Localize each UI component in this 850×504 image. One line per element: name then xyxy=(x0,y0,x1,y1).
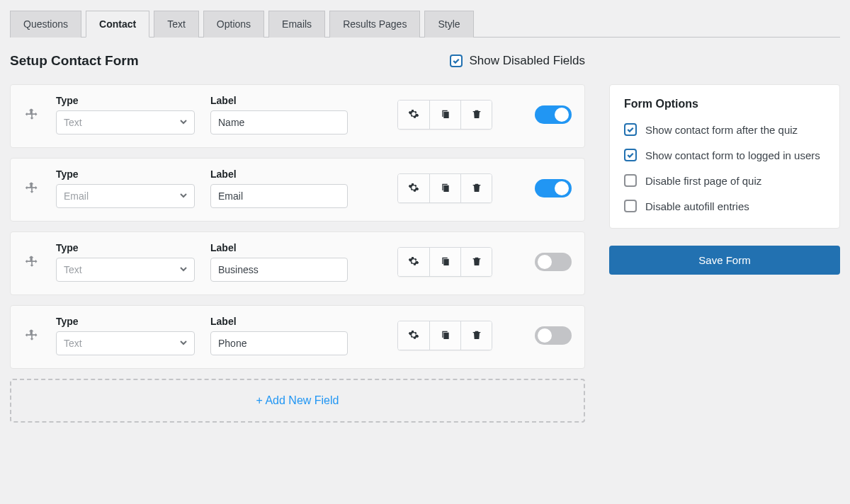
option-label: Disable autofill entries xyxy=(645,200,749,212)
field-type-select[interactable] xyxy=(56,110,195,134)
gear-icon xyxy=(408,256,419,269)
trash-icon xyxy=(471,182,482,195)
field-label-input[interactable] xyxy=(210,258,348,282)
field-row: Type Label xyxy=(10,158,585,222)
option-label: Show contact form after the quiz xyxy=(645,124,798,136)
settings-button[interactable] xyxy=(398,174,429,202)
drag-handle-icon[interactable] xyxy=(23,327,40,344)
type-header: Type xyxy=(56,168,195,180)
tab-options[interactable]: Options xyxy=(203,11,264,38)
field-row: Type Label xyxy=(10,231,585,295)
tab-text[interactable]: Text xyxy=(154,11,199,38)
checkbox-icon xyxy=(624,200,637,212)
settings-button[interactable] xyxy=(398,248,429,276)
tab-style[interactable]: Style xyxy=(424,11,473,38)
field-row: Type Label xyxy=(10,305,585,369)
checkbox-icon xyxy=(450,55,463,67)
field-actions xyxy=(397,173,492,203)
label-header: Label xyxy=(210,242,348,253)
label-header: Label xyxy=(210,95,348,106)
settings-button[interactable] xyxy=(398,101,429,129)
label-header: Label xyxy=(210,168,348,180)
show-disabled-fields-toggle[interactable]: Show Disabled Fields xyxy=(450,54,585,68)
duplicate-button[interactable] xyxy=(429,321,460,350)
delete-button[interactable] xyxy=(460,248,492,276)
gear-icon xyxy=(408,329,419,343)
field-label-input[interactable] xyxy=(210,110,348,134)
label-header: Label xyxy=(210,316,348,327)
drag-handle-icon[interactable] xyxy=(23,106,40,123)
duplicate-button[interactable] xyxy=(429,101,460,129)
tabs: Questions Contact Text Options Emails Re… xyxy=(10,10,840,38)
delete-button[interactable] xyxy=(460,321,492,350)
drag-handle-icon[interactable] xyxy=(23,180,40,197)
gear-icon xyxy=(408,108,419,122)
page-title: Setup Contact Form xyxy=(10,53,139,69)
drag-handle-icon[interactable] xyxy=(23,253,40,270)
field-actions xyxy=(397,321,492,350)
option-show-after-quiz[interactable]: Show contact form after the quiz xyxy=(624,123,825,136)
trash-icon xyxy=(471,256,482,269)
tab-contact[interactable]: Contact xyxy=(86,11,149,38)
option-disable-first-page[interactable]: Disable first page of quiz xyxy=(624,174,825,187)
tab-emails[interactable]: Emails xyxy=(268,11,325,38)
add-new-field-button[interactable]: + Add New Field xyxy=(10,379,585,423)
field-label-input[interactable] xyxy=(210,331,348,355)
checkbox-icon xyxy=(624,174,637,187)
tab-questions[interactable]: Questions xyxy=(10,11,81,38)
type-header: Type xyxy=(56,316,195,327)
copy-icon xyxy=(440,256,451,269)
field-row: Type Label xyxy=(10,84,585,148)
type-header: Type xyxy=(56,95,195,106)
field-enable-toggle[interactable] xyxy=(535,326,572,345)
checkbox-icon xyxy=(624,123,637,136)
checkbox-icon xyxy=(624,149,637,161)
delete-button[interactable] xyxy=(460,101,492,129)
field-type-select[interactable] xyxy=(56,258,195,282)
form-options-panel: Form Options Show contact form after the… xyxy=(609,84,840,229)
tab-results-pages[interactable]: Results Pages xyxy=(329,11,420,38)
form-options-title: Form Options xyxy=(624,98,825,110)
field-actions xyxy=(397,100,492,130)
copy-icon xyxy=(440,329,451,343)
option-show-logged-in[interactable]: Show contact form to logged in users xyxy=(624,149,825,161)
duplicate-button[interactable] xyxy=(429,248,460,276)
option-disable-autofill[interactable]: Disable autofill entries xyxy=(624,200,825,212)
duplicate-button[interactable] xyxy=(429,174,460,202)
trash-icon xyxy=(471,329,482,343)
delete-button[interactable] xyxy=(460,174,492,202)
field-label-input[interactable] xyxy=(210,184,348,208)
type-header: Type xyxy=(56,242,195,253)
save-form-button[interactable]: Save Form xyxy=(609,246,840,275)
field-enable-toggle[interactable] xyxy=(535,105,572,124)
field-type-select[interactable] xyxy=(56,331,195,355)
field-enable-toggle[interactable] xyxy=(535,253,572,271)
copy-icon xyxy=(440,108,451,122)
trash-icon xyxy=(471,108,482,122)
settings-button[interactable] xyxy=(398,321,429,350)
show-disabled-label: Show Disabled Fields xyxy=(470,54,585,68)
option-label: Disable first page of quiz xyxy=(645,175,761,187)
field-actions xyxy=(397,247,492,277)
copy-icon xyxy=(440,182,451,195)
option-label: Show contact form to logged in users xyxy=(645,149,820,161)
field-enable-toggle[interactable] xyxy=(535,179,572,197)
gear-icon xyxy=(408,182,419,195)
field-type-select[interactable] xyxy=(56,184,195,208)
